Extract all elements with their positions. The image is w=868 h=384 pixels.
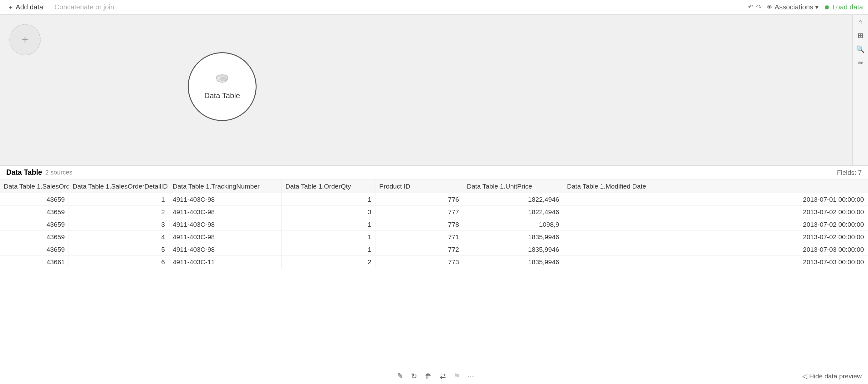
col-header-3: Data Table 1.OrderQty [282,180,375,193]
edit-icon[interactable]: ✎ [397,372,403,381]
cell-5-1: 6 [69,256,169,268]
table-row: 4365934911-403C-9817781098,92013-07-02 0… [0,218,868,231]
cell-3-4: 771 [375,231,463,243]
grid-icon[interactable]: ⊞ [858,32,863,40]
undo-button[interactable]: ↶ [748,3,753,11]
cell-5-4: 773 [375,256,463,268]
cell-4-4: 772 [375,243,463,255]
cell-3-3: 1 [282,231,375,243]
cell-4-2: 4911-403C-98 [169,243,282,255]
cell-5-0: 43661 [0,256,69,268]
cell-2-1: 3 [69,218,169,230]
cell-1-3: 3 [282,206,375,218]
right-sidebar: ⌂ ⊞ 🔍 ✏ [852,15,868,165]
split-icon[interactable]: ⇄ [440,372,446,381]
canvas-area: + Data Table ⌂ ⊞ 🔍 ✏ [0,15,868,165]
delete-icon[interactable]: 🗑 [425,372,432,381]
svg-point-1 [220,77,226,81]
undo-redo-group: ↶ ↷ [748,3,762,11]
panel-sources: 2 sources [45,169,72,176]
cell-0-4: 776 [375,193,463,205]
cell-2-4: 778 [375,218,463,230]
associations-icon: 👁 [767,4,773,11]
cell-5-5: 1835,9946 [463,256,563,268]
concatenate-join-label: Concatenate or join [55,3,114,11]
cell-3-0: 43659 [0,231,69,243]
cell-4-3: 1 [282,243,375,255]
hide-data-preview-button[interactable]: ◁ Hide data preview [802,373,862,380]
cell-0-6: 2013-07-01 00:00:00 [563,193,868,205]
home-icon[interactable]: ⌂ [858,18,862,26]
col-header-2: Data Table 1.TrackingNumber [169,180,282,193]
add-data-label: Add data [16,3,43,11]
add-data-button[interactable]: ＋ Add data [5,2,46,13]
table-body: 4365914911-403C-9817761822,49462013-07-0… [0,193,868,268]
cell-3-6: 2013-07-02 00:00:00 [563,231,868,243]
cell-4-5: 1835,9946 [463,243,563,255]
cell-2-0: 43659 [0,218,69,230]
cell-5-2: 4911-403C-11 [169,256,282,268]
cell-1-6: 2013-07-02 00:00:00 [563,206,868,218]
table-row: 4365944911-403C-9817711835,99462013-07-0… [0,231,868,243]
data-table-node[interactable]: Data Table [188,52,256,121]
hide-icon: ◁ [802,373,807,380]
associations-button[interactable]: 👁 Associations ▾ [767,3,819,11]
search-icon[interactable]: 🔍 [856,45,865,54]
add-circle-plus-icon: + [22,33,28,46]
cell-3-1: 4 [69,231,169,243]
cell-0-3: 1 [282,193,375,205]
data-table-node-label: Data Table [204,91,240,100]
bottom-toolbar: ✎ ↻ 🗑 ⇄ ⚑ ··· ◁ Hide data preview [0,368,868,384]
cell-1-1: 2 [69,206,169,218]
main-toolbar: ＋ Add data Concatenate or join ↶ ↷ 👁 Ass… [0,0,868,15]
cell-0-2: 4911-403C-98 [169,193,282,205]
redo-button[interactable]: ↷ [756,3,762,11]
panel-fields-count: Fields: 7 [837,169,862,177]
flag-icon: ⚑ [454,372,460,381]
cell-1-4: 777 [375,206,463,218]
cell-0-0: 43659 [0,193,69,205]
bottom-panel: Data Table 2 sources Fields: 7 Data Tabl… [0,165,868,384]
col-header-6: Data Table 1.Modified Date [563,180,868,193]
col-header-4: Product ID [375,180,463,193]
load-data-button[interactable]: ⏺ Load data [824,3,863,11]
concatenate-join-button[interactable]: Concatenate or join [52,2,117,12]
col-header-0: Data Table 1.SalesOrderID [0,180,69,193]
cell-2-6: 2013-07-02 00:00:00 [563,218,868,230]
toolbar-right: ↶ ↷ 👁 Associations ▾ ⏺ Load data [748,3,863,11]
col-header-5: Data Table 1.UnitPrice [463,180,563,193]
cell-2-3: 1 [282,218,375,230]
more-icon[interactable]: ··· [468,372,474,381]
cell-1-2: 4911-403C-98 [169,206,282,218]
cell-2-2: 4911-403C-98 [169,218,282,230]
panel-title: Data Table [6,168,42,177]
associations-label: Associations [775,3,813,11]
cell-4-0: 43659 [0,243,69,255]
chevron-down-icon: ▾ [815,3,818,11]
cell-0-5: 1822,4946 [463,193,563,205]
bottom-toolbar-icons: ✎ ↻ 🗑 ⇄ ⚑ ··· [69,372,802,381]
plus-icon: ＋ [7,3,14,11]
load-data-label: Load data [832,3,863,11]
table-row: 4365954911-403C-9817721835,99462013-07-0… [0,243,868,256]
refresh-icon[interactable]: ↻ [411,372,417,381]
cell-4-1: 5 [69,243,169,255]
cell-4-6: 2013-07-03 00:00:00 [563,243,868,255]
toolbar-left: ＋ Add data Concatenate or join [5,2,742,13]
pencil-icon[interactable]: ✏ [858,59,863,67]
data-table-node-icon [215,73,230,89]
cell-3-2: 4911-403C-98 [169,231,282,243]
table-row: 4365924911-403C-9837771822,49462013-07-0… [0,206,868,218]
cell-5-6: 2013-07-03 00:00:00 [563,256,868,268]
cell-1-5: 1822,4946 [463,206,563,218]
cell-5-3: 2 [282,256,375,268]
table-row: 4365914911-403C-9817761822,49462013-07-0… [0,193,868,206]
table-row: 4366164911-403C-1127731835,99462013-07-0… [0,256,868,268]
cell-2-5: 1098,9 [463,218,563,230]
col-header-1: Data Table 1.SalesOrderDetailID [69,180,169,193]
add-data-circle[interactable]: + [9,24,41,55]
hide-preview-label: Hide data preview [809,373,862,380]
load-data-icon: ⏺ [824,4,830,11]
panel-header: Data Table 2 sources Fields: 7 [0,166,868,180]
cell-0-1: 1 [69,193,169,205]
